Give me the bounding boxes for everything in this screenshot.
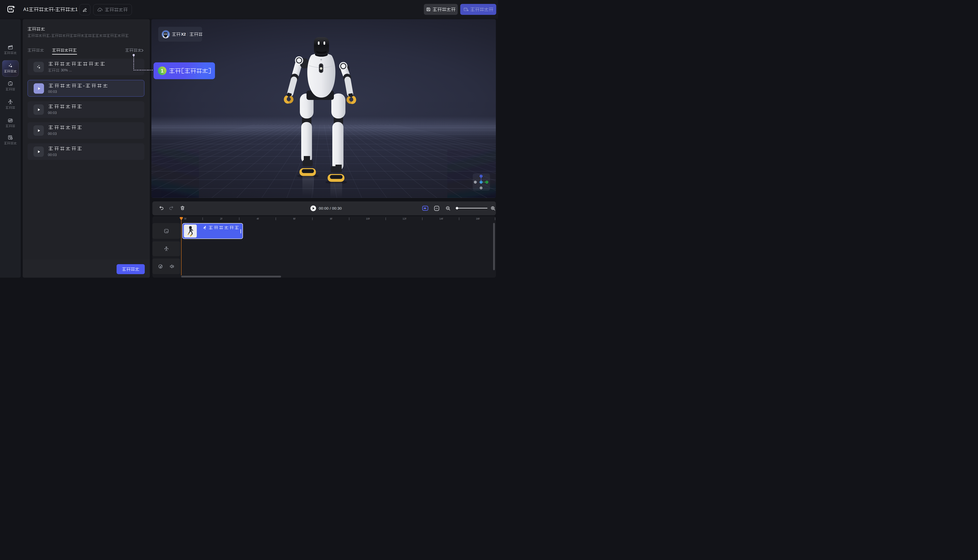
svg-text:Z: Z (481, 175, 482, 177)
svg-text:Y: Y (481, 181, 482, 183)
svg-text:X: X (486, 181, 487, 183)
